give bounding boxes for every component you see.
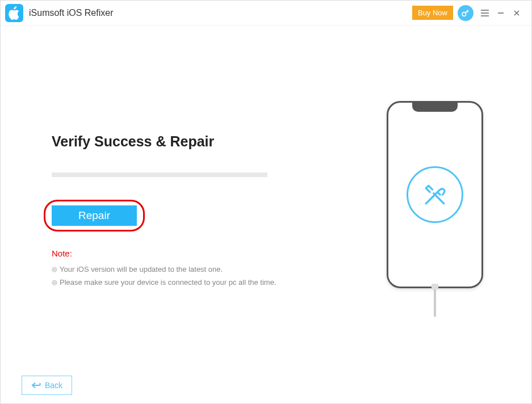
register-key-button[interactable] <box>458 5 474 21</box>
progress-bar <box>52 172 267 177</box>
buy-now-button[interactable]: Buy Now <box>412 6 453 20</box>
app-logo-icon <box>5 4 23 22</box>
phone-notch <box>412 103 458 112</box>
repair-button[interactable]: Repair <box>52 205 137 226</box>
app-title: iSumsoft iOS Refixer <box>29 8 412 18</box>
bullet-icon: ◎ <box>52 266 57 273</box>
back-button[interactable]: Back <box>22 376 72 395</box>
note-text: Your iOS version will be updated to the … <box>60 265 223 273</box>
right-panel <box>361 26 509 369</box>
repair-tools-icon <box>407 166 463 223</box>
note-item: ◎ Your iOS version will be updated to th… <box>52 265 338 273</box>
close-button[interactable] <box>509 5 525 21</box>
footer: Back <box>22 376 72 395</box>
back-label: Back <box>45 381 62 390</box>
bullet-icon: ◎ <box>52 279 57 286</box>
note-label: Note: <box>52 249 338 258</box>
minimize-button[interactable] <box>493 5 509 21</box>
title-bar: iSumsoft iOS Refixer Buy Now <box>1 1 531 26</box>
svg-point-0 <box>462 12 466 16</box>
note-text: Please make sure your device is connecte… <box>60 278 277 287</box>
phone-illustration <box>387 101 483 288</box>
repair-button-wrapper: Repair <box>52 205 137 226</box>
left-panel: Verify Success & Repair Repair Note: ◎ Y… <box>23 26 361 369</box>
menu-button[interactable] <box>477 5 493 21</box>
page-heading: Verify Success & Repair <box>52 133 338 150</box>
phone-cable <box>434 288 436 317</box>
note-item: ◎ Please make sure your device is connec… <box>52 278 338 287</box>
main-content: Verify Success & Repair Repair Note: ◎ Y… <box>1 26 531 369</box>
